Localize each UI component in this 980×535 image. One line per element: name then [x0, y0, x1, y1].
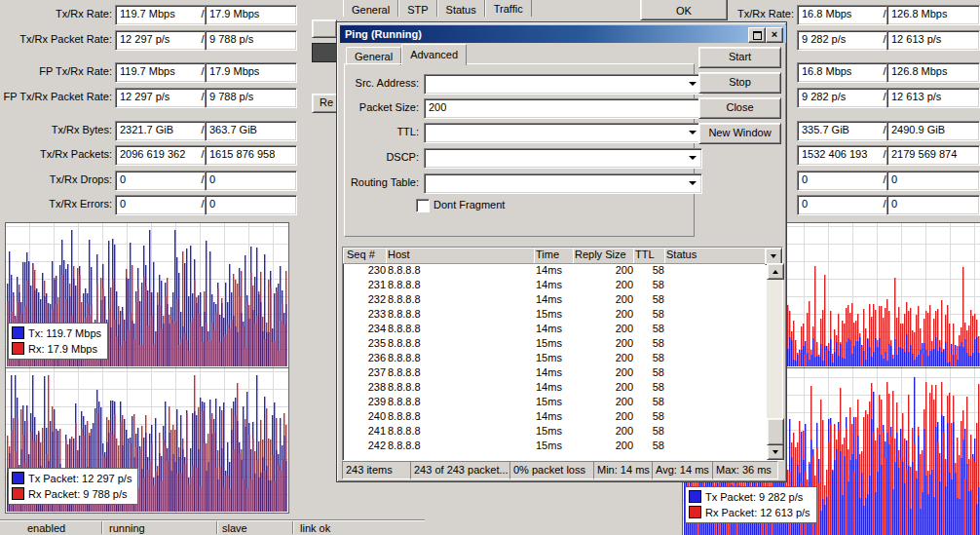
table-row[interactable]: 2428.8.8.815ms20058	[343, 439, 763, 453]
new-window-button[interactable]: New Window	[698, 123, 781, 144]
column-header-host[interactable]: Host	[386, 248, 537, 264]
packet-size-field[interactable]: 200	[424, 98, 702, 119]
table-row[interactable]: 2328.8.8.814ms20058	[343, 292, 763, 307]
partial-button-fragment[interactable]	[312, 19, 337, 38]
cell-reply-size: 200	[573, 380, 639, 395]
tab-stp[interactable]: STP	[398, 0, 436, 17]
cell-status	[664, 336, 765, 351]
cell-time: 15ms	[534, 424, 575, 439]
cell-time: 14ms	[534, 292, 575, 307]
cell-seq: 239	[343, 395, 392, 409]
column-header-status[interactable]: Status	[664, 248, 766, 264]
stat-label: Tx/Rx Errors:	[0, 195, 112, 212]
cell-host: 8.8.8.8	[386, 278, 536, 292]
legend-item: Rx Packet: 12 613 p/s	[688, 505, 810, 520]
table-row[interactable]: 2388.8.8.814ms20058	[343, 380, 763, 395]
column-header-seq[interactable]: Seq #	[343, 248, 391, 264]
stat-label: Tx/Rx Rate:	[0, 5, 112, 22]
stat-value: 16.8 Mbps	[797, 5, 889, 25]
maximize-button[interactable]	[748, 27, 766, 43]
winbox-screen: Tx/Rx Rate:119.7 Mbps/17.9 MbpsTx/Rx Pac…	[0, 0, 980, 535]
field-label: TTL:	[337, 123, 419, 140]
cell-status	[664, 365, 765, 380]
cell-host: 8.8.8.8	[386, 263, 536, 278]
column-header-ttl[interactable]: TTL	[633, 248, 667, 264]
stat-value: 16.8 Mbps	[797, 62, 889, 83]
stat-value: 9 282 p/s	[797, 30, 889, 51]
status-running: running	[109, 522, 145, 534]
tab-traffic[interactable]: Traffic	[485, 0, 532, 17]
chevron-down-icon[interactable]	[689, 181, 697, 185]
table-row[interactable]: 2348.8.8.814ms20058	[343, 322, 763, 336]
dscp-field[interactable]	[424, 148, 702, 169]
column-header-reply-size[interactable]: Reply Size	[573, 248, 636, 264]
field-label: Routing Table:	[337, 173, 419, 191]
checkbox-box[interactable]	[416, 199, 430, 212]
vertical-scrollbar[interactable]	[767, 263, 782, 460]
stat-label: Tx/Rx Packet Rate:	[0, 30, 112, 48]
scrollbar-thumb[interactable]	[767, 418, 784, 445]
cell-seq: 230	[343, 263, 392, 278]
ping-dialog-titlebar[interactable]: Ping (Running) ×	[340, 25, 786, 43]
ping-tab-advanced[interactable]: Advanced	[401, 44, 467, 65]
stop-button[interactable]: Stop	[698, 72, 781, 94]
scroll-down-button[interactable]	[767, 443, 784, 460]
cell-reply-size: 200	[573, 424, 639, 439]
table-row[interactable]: 2318.8.8.814ms20058	[343, 278, 763, 292]
close-button[interactable]: Close	[698, 97, 781, 119]
start-button[interactable]: Start	[698, 47, 781, 68]
cell-time: 14ms	[534, 380, 575, 395]
routing-table-field[interactable]	[424, 173, 702, 194]
left-packet-graph: Tx Packet: 12 297 p/sRx Packet: 9 788 p/…	[5, 367, 289, 514]
stat-value: 0	[797, 171, 889, 191]
table-row[interactable]: 2408.8.8.814ms20058	[343, 409, 763, 424]
stat-value: 12 297 p/s	[115, 30, 207, 51]
statusbar-segment: 0% packet loss	[509, 461, 596, 479]
cell-time: 15ms	[534, 336, 575, 351]
ping-dialog-title: Ping (Running)	[345, 28, 422, 40]
cell-reply-size: 200	[573, 322, 639, 336]
legend-label: Tx: 119.7 Mbps	[28, 327, 101, 339]
stat-label: FP Tx/Rx Packet Rate:	[0, 88, 112, 105]
stat-value: 0	[205, 195, 297, 215]
cell-seq: 235	[343, 336, 392, 351]
cell-status	[664, 292, 765, 307]
stat-value: 363.7 GiB	[205, 121, 297, 141]
column-header-time[interactable]: Time	[534, 248, 576, 264]
stat-value: 17.9 Mbps	[205, 5, 297, 25]
cell-reply-size: 200	[573, 278, 639, 292]
cell-time: 14ms	[534, 278, 575, 292]
table-row[interactable]: 2358.8.8.815ms20058	[343, 336, 763, 351]
table-row[interactable]: 2398.8.8.815ms20058	[343, 395, 763, 409]
chevron-down-icon[interactable]	[689, 156, 697, 160]
ok-button[interactable]: OK	[640, 0, 728, 20]
legend-item: Tx Packet: 12 297 p/s	[11, 471, 132, 486]
stat-value: 1615 876 958	[205, 145, 297, 166]
cell-host: 8.8.8.8	[386, 380, 536, 395]
cell-status	[664, 263, 765, 278]
cell-host: 8.8.8.8	[386, 409, 536, 424]
src-address-field[interactable]	[424, 74, 702, 95]
rx-swatch	[12, 342, 24, 355]
table-row[interactable]: 2338.8.8.815ms20058	[343, 307, 763, 322]
scroll-up-button[interactable]	[767, 263, 784, 280]
stat-label: Tx/Rx Rate:	[716, 5, 794, 22]
table-row[interactable]: 2308.8.8.814ms20058	[343, 263, 763, 278]
table-row[interactable]: 2418.8.8.815ms20058	[343, 424, 763, 439]
cell-reply-size: 200	[573, 292, 639, 307]
field-label: DSCP:	[337, 148, 419, 166]
ttl-field[interactable]	[424, 123, 702, 143]
cell-seq: 231	[343, 278, 392, 292]
graph-legend: Tx Packet: 12 297 p/sRx Packet: 9 788 p/…	[8, 468, 138, 505]
graph-legend: Tx: 119.7 MbpsRx: 17.9 Mbps	[8, 323, 108, 360]
triangle-up-icon	[773, 270, 778, 274]
tab-general[interactable]: General	[343, 0, 398, 17]
table-row[interactable]: 2378.8.8.814ms20058	[343, 365, 763, 380]
chevron-down-icon[interactable]	[689, 131, 697, 134]
cell-time: 15ms	[534, 351, 575, 365]
dont-fragment-checkbox[interactable]: Dont Fragment	[416, 199, 611, 212]
close-button[interactable]: ×	[766, 27, 783, 43]
tab-status[interactable]: Status	[437, 0, 485, 17]
chevron-down-icon[interactable]	[689, 82, 697, 86]
table-row[interactable]: 2368.8.8.815ms20058	[343, 351, 763, 365]
